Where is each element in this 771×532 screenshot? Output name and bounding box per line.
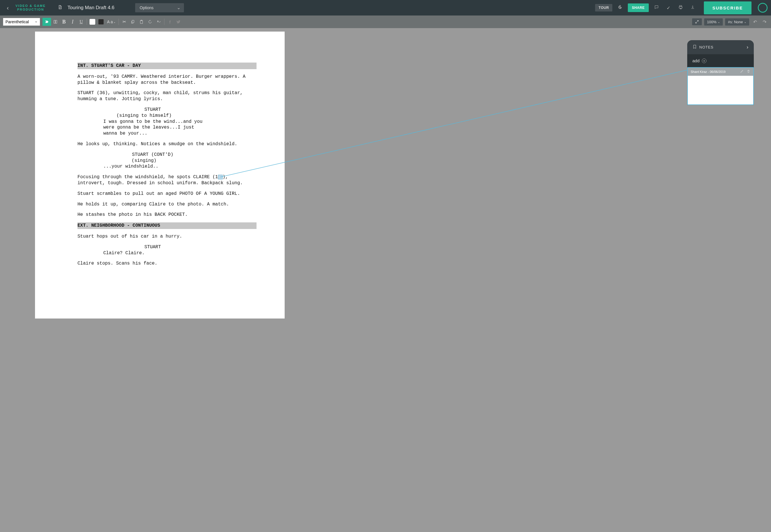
undo-button[interactable]: ↶	[751, 19, 759, 25]
share-button[interactable]: SHARE	[628, 3, 649, 12]
paste-icon[interactable]	[137, 18, 146, 26]
text-case-button[interactable]: A a ⌄	[105, 20, 117, 24]
action-text[interactable]: He holds it up, comparing Claire to the …	[77, 201, 257, 207]
character-cue[interactable]: STUART	[100, 107, 205, 113]
text-color[interactable]	[97, 18, 105, 26]
options-dropdown[interactable]: Options	[135, 3, 184, 12]
svg-line-0	[220, 70, 687, 177]
element-type-select[interactable]: Parenthetical	[3, 18, 40, 26]
highlight-color[interactable]	[88, 18, 97, 26]
scene-heading[interactable]: EXT. NEIGHBORHOOD - CONTINUOUS	[77, 222, 257, 229]
note-card[interactable]: Shant Kiraz - 06/06/2019	[687, 67, 754, 105]
scene-numbers-dropdown[interactable]: #s: None ⌄	[725, 18, 749, 26]
note-meta: Shant Kiraz - 06/06/2019	[688, 68, 753, 76]
document-icon	[58, 5, 62, 11]
pen-icon[interactable]	[740, 69, 744, 74]
top-header: ‹ VIDEO & GAME PRODUCTION Touring Man Dr…	[0, 0, 771, 15]
action-text-part: Focusing through the windshield, he spot…	[77, 174, 218, 180]
spellcheck-icon[interactable]	[154, 18, 163, 26]
approve-icon[interactable]: ✓	[664, 5, 673, 11]
copy-icon[interactable]	[129, 18, 137, 26]
character-cue[interactable]: STUART (CONT'D)	[100, 152, 205, 158]
element-type-dropdown[interactable]: Parenthetical	[3, 18, 40, 26]
dialogue[interactable]: Claire? Claire.	[103, 250, 208, 256]
workspace: INT. STUART'S CAR - DAY A worn-out, '93 …	[0, 28, 771, 532]
format-toolbar: Parenthetical B I U A a ⌄ ✂ f 100% ⌄ #s:…	[0, 15, 771, 28]
avatar[interactable]	[758, 3, 768, 13]
action-text[interactable]: Stuart scrambles to pull out an aged PHO…	[77, 191, 257, 197]
back-button[interactable]: ‹	[3, 5, 12, 11]
subscribe-button[interactable]: SUBSCRIBE	[704, 1, 751, 14]
dialogue[interactable]: ...your windshield..	[103, 164, 208, 170]
dialogue[interactable]: I was gonna to be the wind...and you wer…	[103, 119, 208, 137]
bookmark-icon	[692, 44, 697, 50]
scene-heading[interactable]: INT. STUART'S CAR - DAY	[77, 63, 257, 69]
facebook-icon[interactable]: f	[166, 18, 174, 26]
plus-icon: +	[702, 59, 706, 63]
redo-button[interactable]: ↷	[761, 19, 768, 25]
notes-title: NOTES	[699, 45, 714, 49]
action-text[interactable]: He stashes the photo in his BACK POCKET.	[77, 212, 257, 218]
dual-doc-icon[interactable]	[51, 18, 60, 26]
tag-icon[interactable]	[42, 18, 51, 26]
character-cue[interactable]: STUART	[100, 244, 205, 250]
underline-button[interactable]: U	[77, 18, 86, 26]
action-text[interactable]: A worn-out, '93 CAMRY. Weathered interio…	[77, 74, 257, 86]
trash-icon[interactable]	[747, 69, 750, 74]
brand-line1: VIDEO & GAME	[15, 4, 46, 8]
action-text[interactable]: Focusing through the windshield, he spot…	[77, 174, 257, 186]
print-icon[interactable]	[676, 5, 685, 11]
bold-button[interactable]: B	[60, 18, 68, 26]
note-anchor-icon[interactable]	[218, 175, 223, 179]
notes-header[interactable]: NOTES ›	[687, 40, 754, 54]
refresh-icon[interactable]	[146, 18, 154, 26]
italic-button[interactable]: I	[68, 18, 77, 26]
parenthetical[interactable]: (singing to himself)	[92, 113, 196, 119]
options-select[interactable]: Options	[135, 3, 184, 12]
action-text[interactable]: Stuart hops out of his car in a hurry.	[77, 234, 257, 240]
history-icon[interactable]	[616, 5, 624, 11]
action-text[interactable]: Claire stops. Scans his face.	[77, 261, 257, 267]
cut-icon[interactable]: ✂	[120, 18, 129, 26]
zoom-dropdown[interactable]: 100% ⌄	[704, 18, 723, 26]
separator	[87, 19, 87, 25]
note-body[interactable]	[688, 76, 753, 104]
notes-panel: NOTES › add + Shant Kiraz - 06/06/2019	[687, 40, 754, 105]
brand-line2: PRODUCTION	[15, 8, 46, 11]
brand-logo[interactable]: VIDEO & GAME PRODUCTION	[15, 4, 46, 11]
separator	[164, 19, 164, 25]
action-text[interactable]: STUART (36), unwitting, cocky, man child…	[77, 90, 257, 102]
document-title: Touring Man Draft 4.6	[67, 5, 114, 11]
add-label: add	[692, 58, 700, 63]
comment-icon[interactable]	[652, 5, 661, 11]
chevron-right-icon[interactable]: ›	[747, 44, 749, 50]
action-text[interactable]: He looks up, thinking. Notices a smudge …	[77, 141, 257, 147]
fullscreen-button[interactable]	[692, 18, 702, 25]
add-note-button[interactable]: add +	[687, 54, 754, 67]
script-page[interactable]: INT. STUART'S CAR - DAY A worn-out, '93 …	[35, 32, 285, 319]
tour-button[interactable]: TOUR	[595, 4, 612, 11]
parenthetical[interactable]: (singing)	[92, 158, 196, 164]
download-icon[interactable]	[688, 5, 697, 11]
note-author-date: Shant Kiraz - 06/06/2019	[691, 70, 726, 73]
twitter-icon[interactable]	[174, 18, 183, 26]
